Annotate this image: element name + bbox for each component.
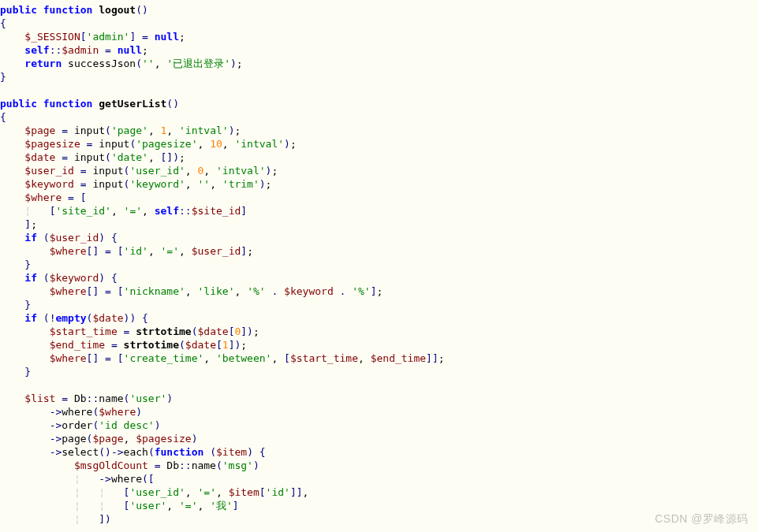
code-line: self::$admin = null; [0,43,758,57]
code-line: $user_id = input('user_id', 0, 'intval')… [0,164,758,177]
code-line: $list = Db::name('user') [0,392,758,405]
code-line [0,378,758,392]
code-line: $end_time = strtotime($date[1]); [0,338,758,352]
code-line: $where[] = ['create_time', 'between', [$… [0,352,758,365]
code-line: if ($user_id) { [0,231,758,244]
code-line: ¦ ]) [0,512,758,526]
code-line: } [0,258,758,271]
code-line: ->page($page, $pagesize) [0,432,758,445]
code-block: public function logout(){ $_SESSION['adm… [0,0,758,526]
code-line: $page = input('page', 1, 'intval'); [0,124,758,137]
code-line: return successJson('', '已退出登录'); [0,57,758,70]
code-line: ->order('id desc') [0,419,758,432]
code-line: ¦ ['site_id', '=', self::$site_id] [0,204,758,218]
code-line: $pagesize = input('pagesize', 10, 'intva… [0,137,758,151]
code-line: $date = input('date', []); [0,151,758,164]
code-line: public function getUserList() [0,97,758,110]
code-line: } [0,70,758,84]
code-line: ¦ ->where([ [0,472,758,485]
code-line: $where[] = ['id', '=', $user_id]; [0,244,758,258]
code-line: { [0,17,758,30]
code-line: $start_time = strtotime($date[0]); [0,325,758,338]
watermark: CSDN @罗峰源码 [655,512,749,526]
code-line: if ($keyword) { [0,271,758,285]
code-line: $where[] = ['nickname', 'like', '%' . $k… [0,285,758,298]
code-line: } [0,365,758,378]
code-line: ¦ ¦ ['user', '=', '我'] [0,499,758,512]
code-line: ]; [0,218,758,231]
code-line [0,84,758,97]
code-line: $_SESSION['admin'] = null; [0,30,758,43]
code-line: $where = [ [0,191,758,204]
code-line: ¦ ¦ ['user_id', '=', $item['id']], [0,485,758,499]
code-line: if (!empty($date)) { [0,311,758,325]
code-line: ->select()->each(function ($item) { [0,445,758,459]
code-line: $msgOldCount = Db::name('msg') [0,459,758,472]
code-line: } [0,298,758,311]
code-line: $keyword = input('keyword', '', 'trim'); [0,177,758,191]
code-line: { [0,110,758,124]
code-line: ->where($where) [0,405,758,419]
code-line: public function logout() [0,3,758,17]
